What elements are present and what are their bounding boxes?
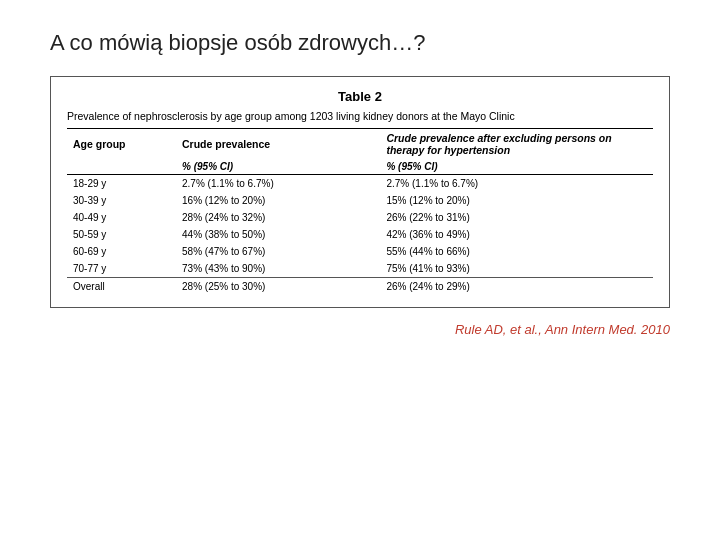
cell-crude: 44% (38% to 50%) [176,226,380,243]
table-row: 70-77 y73% (43% to 90%)75% (41% to 93%) [67,260,653,278]
table-row: 60-69 y58% (47% to 67%)55% (44% to 66%) [67,243,653,260]
data-table: Age group Crude prevalence Crude prevale… [67,128,653,295]
citation-text: Rule AD, et al., [455,322,542,337]
cell-crude-excl: 2.7% (1.1% to 6.7%) [380,175,653,193]
table-row: 30-39 y16% (12% to 20%)15% (12% to 20%) [67,192,653,209]
cell-crude: 58% (47% to 67%) [176,243,380,260]
cell-crude: 2.7% (1.1% to 6.7%) [176,175,380,193]
cell-age: 60-69 y [67,243,176,260]
cell-age: 40-49 y [67,209,176,226]
cell-age: 70-77 y [67,260,176,278]
citation-journal: Ann Intern Med. 2010 [542,322,670,337]
table-row: Overall28% (25% to 30%)26% (24% to 29%) [67,278,653,296]
unit-crude-excl: % (95% CI) [380,159,653,175]
cell-age: 50-59 y [67,226,176,243]
cell-crude: 28% (24% to 32%) [176,209,380,226]
cell-crude-excl: 55% (44% to 66%) [380,243,653,260]
cell-age: Overall [67,278,176,296]
slide-title: A co mówią biopsje osób zdrowych…? [50,30,670,56]
unit-age [67,159,176,175]
cell-age: 18-29 y [67,175,176,193]
cell-crude-excl: 75% (41% to 93%) [380,260,653,278]
cell-crude: 28% (25% to 30%) [176,278,380,296]
citation: Rule AD, et al., Ann Intern Med. 2010 [50,322,670,337]
table-row: 18-29 y2.7% (1.1% to 6.7%)2.7% (1.1% to … [67,175,653,193]
table-subtitle: Prevalence of nephrosclerosis by age gro… [67,110,653,122]
cell-crude-excl: 15% (12% to 20%) [380,192,653,209]
table-unit-row: % (95% CI) % (95% CI) [67,159,653,175]
cell-age: 30-39 y [67,192,176,209]
table-row: 50-59 y44% (38% to 50%)42% (36% to 49%) [67,226,653,243]
cell-crude: 73% (43% to 90%) [176,260,380,278]
cell-crude: 16% (12% to 20%) [176,192,380,209]
slide: A co mówią biopsje osób zdrowych…? Table… [0,0,720,540]
cell-crude-excl: 42% (36% to 49%) [380,226,653,243]
unit-crude: % (95% CI) [176,159,380,175]
table-title: Table 2 [67,89,653,104]
cell-crude-excl: 26% (22% to 31%) [380,209,653,226]
cell-crude-excl: 26% (24% to 29%) [380,278,653,296]
col-header-age: Age group [67,129,176,160]
col-header-crude: Crude prevalence [176,129,380,160]
table-header-row: Age group Crude prevalence Crude prevale… [67,129,653,160]
col-header-crude-excl: Crude prevalence after excluding persons… [380,129,653,160]
table-container: Table 2 Prevalence of nephrosclerosis by… [50,76,670,308]
table-row: 40-49 y28% (24% to 32%)26% (22% to 31%) [67,209,653,226]
